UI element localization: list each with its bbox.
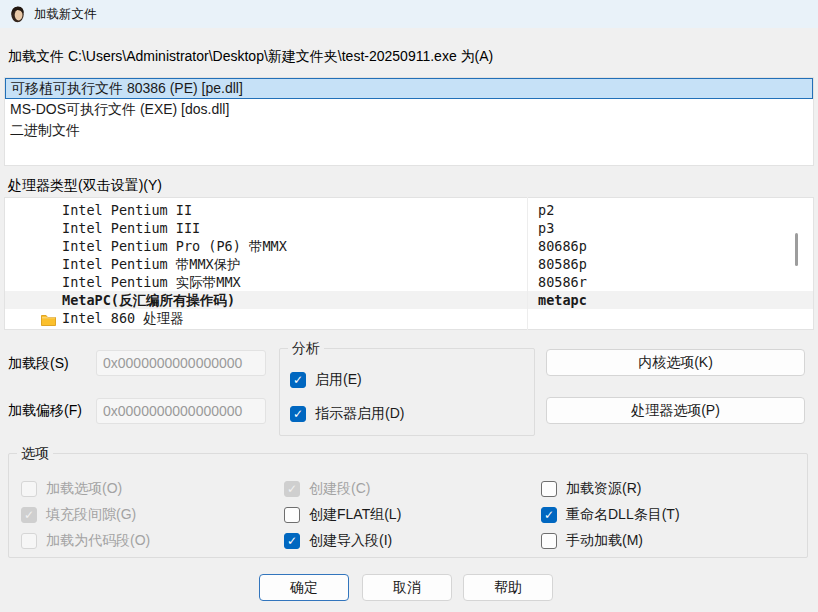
checkbox-label: 填充段间隙(G) xyxy=(46,506,136,524)
checkbox-indicator-enabled[interactable]: ✓ 指示器启用(D) xyxy=(290,405,404,423)
processor-row[interactable]: Intel Pentium II p2 xyxy=(5,201,813,219)
processor-name: Intel Pentium 带MMX保护 xyxy=(5,255,241,273)
checkbox-rename-dll-entries[interactable]: ✓ 重命名DLL条目(T) xyxy=(541,506,680,524)
loader-format-listbox: 可移植可执行文件 80386 (PE) [pe.dll] MS-DOS可执行文件… xyxy=(4,77,814,166)
check-icon: ✓ xyxy=(24,509,34,521)
load-offset-label: 加载偏移(F) xyxy=(8,402,82,420)
processor-id: metapc xyxy=(538,291,587,309)
processor-id: 80586p xyxy=(538,255,587,273)
checkbox-label: 重命名DLL条目(T) xyxy=(566,506,680,524)
ida-logo-icon xyxy=(8,5,26,23)
checkbox-label: 加载为代码段(O) xyxy=(46,532,150,550)
analysis-groupbox: 分析 ✓ 启用(E) ✓ 指示器启用(D) xyxy=(279,348,535,436)
checkbox-label: 指示器启用(D) xyxy=(315,405,404,423)
checkbox-box xyxy=(284,507,300,523)
checkbox-create-imports-segment[interactable]: ✓ 创建导入段(I) xyxy=(284,532,392,550)
ok-button[interactable]: 确定 xyxy=(259,574,349,601)
checkbox-label: 创建段(C) xyxy=(309,480,370,498)
processor-name: Intel Pentium Pro (P6) 带MMX xyxy=(5,237,287,255)
checkbox-box: ✓ xyxy=(284,481,300,497)
checkbox-label: 加载资源(R) xyxy=(566,480,641,498)
processor-id: 860xr xyxy=(538,327,579,330)
load-segment-input xyxy=(96,350,266,376)
checkbox-load-resources[interactable]: 加载资源(R) xyxy=(541,480,641,498)
processor-listview: Intel Pentium II p2 Intel Pentium III p3… xyxy=(4,197,814,330)
processor-id: 80686p xyxy=(538,237,587,255)
processor-row[interactable]: Intel Pentium Pro (P6) 带MMX 80686p xyxy=(5,237,813,255)
processor-options-button[interactable]: 处理器选项(P) xyxy=(546,397,805,424)
processor-id: p2 xyxy=(538,201,554,219)
cancel-button[interactable]: 取消 xyxy=(362,574,452,601)
processor-type-label: 处理器类型(双击设置)(Y) xyxy=(8,177,162,195)
checkbox-box xyxy=(541,533,557,549)
checkbox-manual-load[interactable]: 手动加载(M) xyxy=(541,532,643,550)
loader-item-pe[interactable]: 可移植可执行文件 80386 (PE) [pe.dll] xyxy=(5,78,813,99)
options-group-title: 选项 xyxy=(17,445,53,463)
check-icon: ✓ xyxy=(287,483,297,495)
processor-row-clipped[interactable]: Intel 860 XR 860xr xyxy=(5,327,813,330)
checkbox-fill-segment-gaps: ✓ 填充段间隙(G) xyxy=(21,506,136,524)
processor-row[interactable]: Intel Pentium 带MMX保护 80586p xyxy=(5,255,813,273)
loader-item-msdos[interactable]: MS-DOS可执行文件 (EXE) [dos.dll] xyxy=(5,99,813,120)
processor-id: 80586r xyxy=(538,273,587,291)
checkbox-label: 启用(E) xyxy=(315,371,362,389)
checkbox-analysis-enabled[interactable]: ✓ 启用(E) xyxy=(290,371,362,389)
processor-id: p3 xyxy=(538,219,554,237)
kernel-options-button[interactable]: 内核选项(K) xyxy=(546,349,805,376)
checkbox-box xyxy=(541,481,557,497)
checkbox-label: 手动加载(M) xyxy=(566,532,643,550)
analysis-group-title: 分析 xyxy=(288,340,324,358)
checkbox-loading-options: 加载选项(O) xyxy=(21,480,122,498)
processor-row[interactable]: Intel Pentium III p3 xyxy=(5,219,813,237)
processor-name: Intel 860 XR xyxy=(5,327,160,330)
checkbox-box: ✓ xyxy=(541,507,557,523)
checkbox-box xyxy=(21,533,37,549)
checkbox-load-as-code-segment: 加载为代码段(O) xyxy=(21,532,150,550)
processor-name: Intel 860 处理器 xyxy=(5,309,184,327)
load-segment-label: 加载段(S) xyxy=(8,355,69,373)
window-titlebar[interactable]: 加载新文件 xyxy=(0,0,818,28)
checkbox-label: 创建FLAT组(L) xyxy=(309,506,401,524)
processor-name: Intel Pentium 实际带MMX xyxy=(5,273,241,291)
checkbox-create-flat-group[interactable]: 创建FLAT组(L) xyxy=(284,506,401,524)
processor-name: MetaPC(反汇编所有操作码) xyxy=(5,291,235,309)
check-icon: ✓ xyxy=(287,535,297,547)
file-prompt-label: 加载文件 C:\Users\Administrator\Desktop\新建文件… xyxy=(8,48,493,66)
check-icon: ✓ xyxy=(293,374,303,386)
load-offset-input xyxy=(96,398,266,424)
processor-list-scrollbar[interactable] xyxy=(795,233,798,266)
processor-name: Intel Pentium III xyxy=(5,219,200,237)
checkbox-label: 创建导入段(I) xyxy=(309,532,392,550)
processor-name: Intel Pentium II xyxy=(5,201,192,219)
window-title: 加载新文件 xyxy=(34,6,97,23)
help-button[interactable]: 帮助 xyxy=(463,574,553,601)
check-icon: ✓ xyxy=(544,509,554,521)
checkbox-create-segments: ✓ 创建段(C) xyxy=(284,480,370,498)
processor-row-metapc-selected[interactable]: MetaPC(反汇编所有操作码) metapc xyxy=(5,291,813,309)
checkbox-box xyxy=(21,481,37,497)
checkbox-box: ✓ xyxy=(290,406,306,422)
processor-list-column-divider xyxy=(527,197,528,330)
options-groupbox: 选项 加载选项(O) ✓ 填充段间隙(G) 加载为代码段(O) ✓ 创建段(C)… xyxy=(8,453,808,558)
check-icon: ✓ xyxy=(293,408,303,420)
checkbox-box: ✓ xyxy=(284,533,300,549)
processor-row-folder[interactable]: Intel 860 处理器 xyxy=(5,309,813,327)
loader-item-binary[interactable]: 二进制文件 xyxy=(5,120,813,141)
checkbox-box: ✓ xyxy=(290,372,306,388)
checkbox-label: 加载选项(O) xyxy=(46,480,122,498)
checkbox-box: ✓ xyxy=(21,507,37,523)
processor-row[interactable]: Intel Pentium 实际带MMX 80586r xyxy=(5,273,813,291)
